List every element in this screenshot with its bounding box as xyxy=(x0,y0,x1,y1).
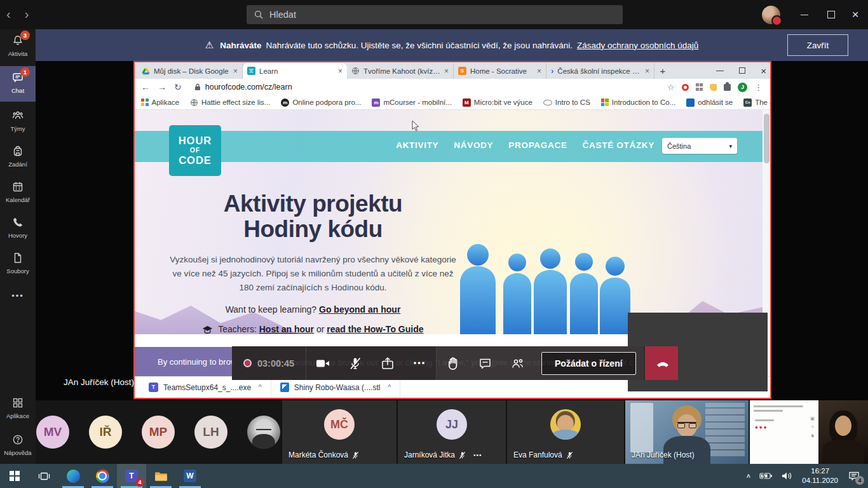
sidebar-item-files[interactable]: Soubory xyxy=(0,252,36,274)
tab-close-icon[interactable]: × xyxy=(338,67,342,76)
start-button[interactable] xyxy=(0,464,29,488)
battery-icon[interactable] xyxy=(759,471,773,481)
user-avatar[interactable] xyxy=(762,6,780,24)
nav-otazky[interactable]: ČASTÉ OTÁZKY xyxy=(583,140,654,150)
taskbar-edge[interactable] xyxy=(58,464,88,488)
tab-socrative[interactable]: S Home - Socrative × xyxy=(454,63,546,79)
sidebar-item-calendar[interactable]: Kalendář xyxy=(0,180,36,203)
bookmark-hattie[interactable]: Hattie effect size lis... xyxy=(190,98,270,107)
close-button[interactable]: × xyxy=(841,0,868,29)
browser-reload-icon[interactable]: ↻ xyxy=(174,82,182,92)
minimize-button[interactable] xyxy=(790,0,818,29)
hangup-button[interactable] xyxy=(645,346,678,380)
new-tab-button[interactable]: + xyxy=(654,65,671,76)
raise-hand-button[interactable] xyxy=(437,346,469,380)
lock-icon xyxy=(194,83,201,91)
participant-tile[interactable]: Eva Fanfulová xyxy=(506,400,624,464)
avatar[interactable]: MV xyxy=(36,416,69,449)
browser-menu-icon[interactable]: ⋮ xyxy=(754,83,763,92)
browser-minimize-icon[interactable] xyxy=(716,71,724,71)
share-button[interactable] xyxy=(371,346,403,380)
tab-close-icon[interactable]: × xyxy=(645,67,649,76)
action-center-button[interactable]: 4 xyxy=(846,468,862,484)
camera-button[interactable] xyxy=(306,346,339,380)
taskbar-teams[interactable]: T 4 xyxy=(117,464,146,488)
bookmark-microbit[interactable]: MMicro:bit ve výuce xyxy=(463,98,532,107)
language-select[interactable]: Čeština ▾ xyxy=(662,138,737,154)
participant-video-tile[interactable]: JAn Juříček (Host) xyxy=(624,400,749,464)
bookmark-star-icon[interactable]: ☆ xyxy=(667,83,675,92)
browser-back-icon[interactable]: ← xyxy=(141,82,150,92)
profile-icon[interactable]: J xyxy=(738,83,747,92)
tab-drive[interactable]: Můj disk – Disk Google × xyxy=(137,63,243,79)
clock[interactable]: 16:27 04.11.2020 xyxy=(802,466,838,485)
extension-o-icon[interactable] xyxy=(682,84,689,91)
browser-restore-icon[interactable] xyxy=(739,67,745,74)
sidebar-item-help[interactable]: Nápověda xyxy=(0,433,36,456)
bookmark-introduction[interactable]: Introduction to Co... xyxy=(601,98,675,106)
tab-close-icon[interactable]: × xyxy=(233,67,238,76)
chevron-up-icon[interactable]: ^ xyxy=(388,384,391,391)
privacy-link[interactable]: Zásady ochrany osobních údajů xyxy=(577,41,698,50)
tab-close-icon[interactable]: × xyxy=(537,67,541,76)
mic-off-icon xyxy=(348,356,362,370)
host-hour-link[interactable]: Host an hour xyxy=(259,324,314,334)
sidebar-item-apps[interactable]: Aplikace xyxy=(0,396,36,419)
avatar[interactable]: LH xyxy=(194,416,227,449)
sidebar-item-teams[interactable]: Týmy xyxy=(0,109,36,132)
participant-tile[interactable]: JJ Jarníková Jitka ••• xyxy=(397,400,506,464)
chat-panel-button[interactable] xyxy=(469,346,501,380)
back-icon[interactable]: ‹ xyxy=(6,5,11,23)
system-tray: ∧ 16:27 04.11.2020 4 xyxy=(746,466,868,485)
tab-csi[interactable]: › Česká školní inspekce ČR - × xyxy=(546,63,654,79)
browser-close-icon[interactable]: × xyxy=(761,65,766,76)
sidebar-item-calls[interactable]: Hovory xyxy=(0,216,36,239)
hourofcode-logo[interactable]: HOUR OF CODE xyxy=(169,125,221,176)
avatar[interactable]: MP xyxy=(142,416,175,449)
taskbar-word[interactable]: W xyxy=(175,464,205,488)
address-bar[interactable]: hourofcode.com/cz/learn xyxy=(189,83,660,92)
bookmark-apps[interactable]: Aplikace xyxy=(141,98,179,106)
sidebar-item-assignments[interactable]: Zadání xyxy=(0,145,36,168)
tab-learn-active[interactable]: Learn × xyxy=(243,63,347,79)
nav-navody[interactable]: NÁVODY xyxy=(454,140,493,150)
avatar[interactable]: IŘ xyxy=(89,416,122,449)
extensions-icon[interactable] xyxy=(724,84,731,91)
bookmark-odhlasit[interactable]: odhlásit se xyxy=(686,98,733,107)
bookmark-podpora[interactable]: mOnline podpora pro... xyxy=(281,98,361,107)
request-control-button[interactable]: Požádat o řízení xyxy=(541,352,636,375)
avatar-photo[interactable] xyxy=(247,416,280,449)
bookmark-mcourser[interactable]: mmCourser - mobilní... xyxy=(372,98,451,107)
taskbar-chrome[interactable] xyxy=(88,464,117,488)
tab-kahoot[interactable]: Tvoříme Kahoot (kvízy) na l × xyxy=(347,63,454,79)
tile-more-icon[interactable]: ••• xyxy=(473,452,482,459)
nav-propagace[interactable]: PROPAGACE xyxy=(508,140,567,150)
participant-tile[interactable]: MČ Markéta Čonková xyxy=(281,400,397,464)
go-beyond-link[interactable]: Go beyond an hour xyxy=(319,304,400,315)
extension-thumb-icon[interactable] xyxy=(710,84,717,91)
dismiss-banner-button[interactable]: Zavřít xyxy=(787,34,848,56)
sidebar-item-activity[interactable]: 3 Aktivita xyxy=(0,34,36,57)
participants-button[interactable] xyxy=(501,346,534,380)
volume-icon[interactable] xyxy=(781,471,794,481)
mute-button[interactable] xyxy=(339,346,371,380)
nav-aktivity[interactable]: AKTIVITY xyxy=(396,140,438,150)
tab-close-icon[interactable]: × xyxy=(444,67,449,76)
browser-forward-icon[interactable]: → xyxy=(158,82,166,92)
file-explorer-icon xyxy=(154,471,168,482)
bookmark-techniques[interactable]: CoThe 49 Techniques f... xyxy=(743,98,770,107)
extension-grid-icon[interactable] xyxy=(696,83,703,91)
task-view-button[interactable] xyxy=(29,464,58,488)
taskbar-explorer[interactable] xyxy=(146,464,175,488)
participant-video-tile[interactable]: ●●● ▣✧♞ xyxy=(749,400,868,464)
chevron-up-icon[interactable]: ^ xyxy=(259,384,262,391)
scrollbar-thumb[interactable] xyxy=(764,114,770,163)
forward-icon[interactable]: › xyxy=(25,5,29,23)
sidebar-item-chat[interactable]: 1 Chat xyxy=(0,66,36,102)
bookmark-introcs[interactable]: Intro to CS xyxy=(543,98,590,106)
tray-chevron-icon[interactable]: ∧ xyxy=(746,472,752,479)
sidebar-item-more[interactable]: ••• xyxy=(0,290,36,301)
more-actions-button[interactable]: ••• xyxy=(403,346,436,380)
how-to-guide-link[interactable]: read the How-To Guide xyxy=(327,324,423,334)
search-input[interactable]: Hledat xyxy=(247,5,623,24)
